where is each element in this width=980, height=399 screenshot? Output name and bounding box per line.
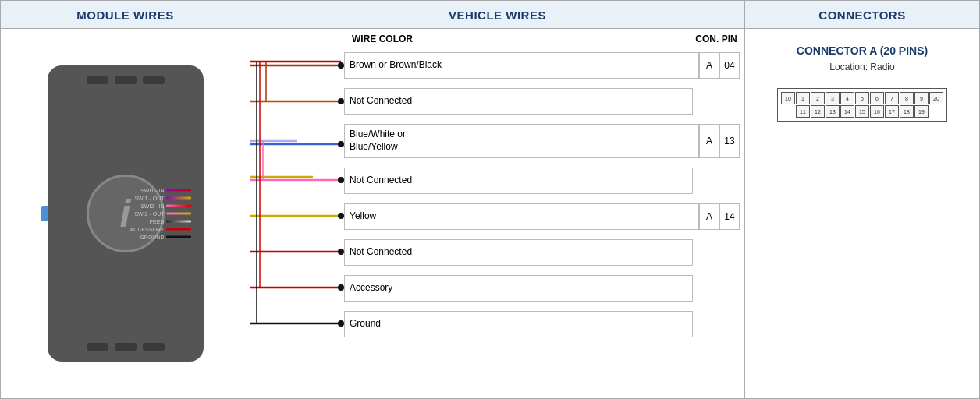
connector-location: Location: Radio (829, 62, 894, 72)
connectors-column: CONNECTORS CONNECTOR A (20 PINS) Locatio… (745, 1, 979, 398)
pin-7: 7 (885, 92, 899, 104)
slot-1 (87, 76, 108, 84)
pin-14: 14 (840, 105, 854, 118)
pin-15: 15 (855, 105, 869, 118)
pin-18: 18 (900, 105, 914, 118)
wire-pin-3: 13 (719, 124, 740, 158)
pin-3: 3 (826, 92, 840, 104)
wire-label-1: Brown or Brown/Black (344, 52, 699, 79)
device-top-slots (87, 76, 165, 84)
pin-11: 11 (796, 105, 810, 118)
vehicle-header: VEHICLE WIRES (250, 1, 744, 29)
svg-point-16 (338, 98, 344, 104)
wires-svg (250, 48, 352, 375)
con-pin-subheader: CON. PIN (693, 34, 740, 44)
module-body: i SWI1 - IN SWI1 - OUT (1, 29, 250, 398)
wire-label-6: Not Connected (344, 239, 693, 266)
wire-label-5: Yellow (344, 203, 699, 230)
device-labels: SWI1 - IN SWI1 - OUT SWI2 - IN (130, 188, 191, 240)
label-swi2in-text: SWI2 - IN (140, 203, 164, 209)
pin-12: 12 (811, 105, 825, 118)
wire-con-3: A (699, 124, 719, 158)
label-swi2out: SWI2 - OUT (130, 211, 191, 217)
slot-3 (143, 76, 165, 84)
slot-2 (115, 76, 137, 84)
label-swi1out-text: SWI1 - OUT (134, 196, 164, 201)
pin-4: 4 (840, 92, 854, 104)
wire-pin-5: 14 (719, 203, 740, 230)
svg-point-19 (338, 213, 344, 219)
pin-17: 17 (885, 105, 899, 118)
connectors-header: CONNECTORS (745, 1, 979, 29)
device-left-port (41, 206, 48, 221)
label-swi1out: SWI1 - OUT (130, 196, 191, 201)
pin-2: 2 (811, 92, 825, 104)
module-wires-column: MODULE WIRES i (1, 1, 250, 398)
svg-point-20 (338, 249, 344, 255)
label-swi2out-text: SWI2 - OUT (134, 211, 164, 217)
wire-con-1: A (699, 52, 719, 79)
wire-color-subheader: WIRE COLOR (352, 34, 693, 44)
vehicle-body: WIRE COLOR CON. PIN (250, 29, 744, 398)
wire-pin-1: 04 (719, 52, 740, 79)
label-accessory: ACCESSORY (130, 227, 191, 232)
svg-point-15 (338, 62, 344, 69)
label-accessory-text: ACCESSORY (130, 227, 165, 232)
slot-b3 (143, 343, 165, 351)
pin-20: 20 (929, 92, 943, 104)
label-feed: FEED (130, 219, 191, 224)
pin-5: 5 (855, 92, 869, 104)
pin-1: 1 (796, 92, 810, 104)
pin-6: 6 (870, 92, 884, 104)
wire-con-5: A (699, 203, 719, 230)
main-container: MODULE WIRES i (0, 0, 980, 399)
pin-13: 13 (826, 105, 840, 118)
connector-title: CONNECTOR A (20 PINS) (797, 44, 928, 57)
connector-body: CONNECTOR A (20 PINS) Location: Radio 10… (745, 29, 979, 398)
connector-diagram: 10 1 2 3 4 5 6 7 8 9 20 11 (777, 88, 947, 122)
wire-label-8: Ground (344, 311, 693, 337)
pin-10: 10 (781, 92, 795, 104)
module-header: MODULE WIRES (1, 1, 250, 29)
pin-8: 8 (900, 92, 914, 104)
pin-9: 9 (914, 92, 929, 104)
label-swi2in: SWI2 - IN (130, 203, 191, 209)
wire-label-7: Accessory (344, 275, 693, 302)
pin-19: 19 (914, 105, 929, 118)
svg-point-18 (338, 177, 344, 183)
svg-point-17 (338, 141, 344, 147)
device-bottom-slots (87, 343, 165, 351)
wire-label-2: Not Connected (344, 88, 693, 115)
label-ground: GROUND (130, 235, 191, 240)
wire-label-3: Blue/White orBlue/Yellow (344, 124, 699, 158)
vehicle-wires-column: VEHICLE WIRES WIRE COLOR CON. PIN (250, 1, 745, 398)
device-box: i SWI1 - IN SWI1 - OUT (48, 65, 204, 362)
svg-point-22 (338, 320, 344, 327)
slot-b2 (115, 343, 137, 351)
label-swi1in-text: SWI1 - IN (140, 188, 164, 193)
svg-point-21 (338, 284, 344, 291)
pin-16: 16 (870, 105, 884, 118)
wire-entries-area: Brown or Brown/Black A 04 Not Connected … (250, 48, 744, 342)
label-swi1in: SWI1 - IN (130, 188, 191, 193)
label-ground-text: GROUND (140, 235, 164, 240)
wire-label-4: Not Connected (344, 168, 693, 194)
slot-b1 (87, 343, 108, 351)
label-feed-text: FEED (150, 219, 165, 224)
device-middle: i SWI1 - IN SWI1 - OUT (54, 84, 197, 343)
